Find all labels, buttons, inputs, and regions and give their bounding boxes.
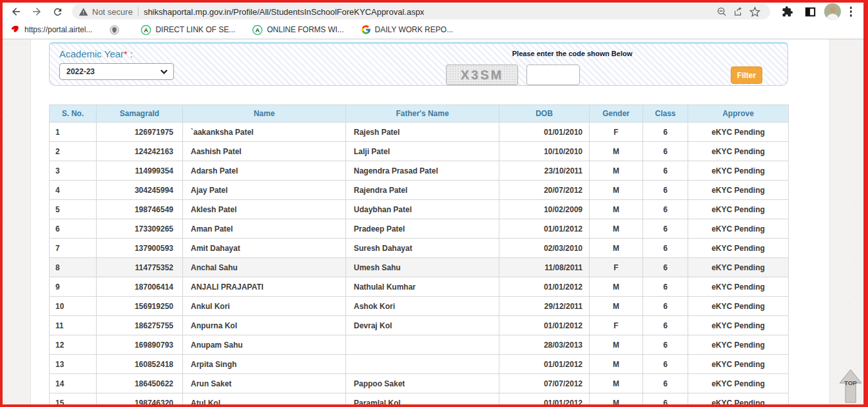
scroll-to-top-button[interactable]: TOP bbox=[838, 368, 863, 404]
approve-status-link[interactable]: eKYC Pending bbox=[688, 181, 789, 200]
approve-status-link[interactable]: eKYC Pending bbox=[688, 393, 789, 407]
address-bar[interactable]: Not secure shikshaportal.mp.gov.in/Profi… bbox=[72, 4, 770, 19]
approve-status-link[interactable]: eKYC Pending bbox=[688, 200, 789, 219]
side-panel-icon[interactable] bbox=[801, 3, 820, 20]
cell: Aman Patel bbox=[183, 219, 346, 239]
academic-year-value: 2022-23 bbox=[66, 67, 95, 76]
cell: 6 bbox=[643, 123, 688, 142]
forward-icon[interactable] bbox=[27, 3, 46, 20]
cell: 6 bbox=[643, 374, 688, 393]
approve-status-link[interactable]: eKYC Pending bbox=[688, 316, 789, 335]
cell: 156919250 bbox=[97, 297, 183, 316]
green-a-icon: A bbox=[252, 25, 263, 35]
approve-status-link[interactable]: eKYC Pending bbox=[688, 335, 789, 355]
zoom-indicator-icon[interactable] bbox=[713, 5, 730, 19]
approve-status-link[interactable]: eKYC Pending bbox=[688, 239, 789, 258]
cell: 10/10/2010 bbox=[499, 142, 590, 161]
filter-button[interactable]: Filter bbox=[731, 66, 762, 84]
cell: 304245994 bbox=[97, 181, 183, 200]
cell: 186450622 bbox=[97, 374, 183, 393]
cell: F bbox=[590, 316, 643, 335]
badge-emblem-icon bbox=[109, 25, 120, 35]
cell: 8 bbox=[50, 258, 97, 277]
student-row: 1126971975`aakanksha PatelRajesh Patel01… bbox=[50, 123, 789, 142]
table-header-row: S. No.SamagraIdNameFather's NameDOBGende… bbox=[50, 105, 789, 123]
cell: M bbox=[590, 355, 643, 374]
bookmark-online-forms[interactable]: A ONLINE FORMS WI... bbox=[252, 25, 343, 35]
cell: 6 bbox=[643, 316, 688, 335]
cell: Atul Kol bbox=[183, 393, 346, 407]
cell: 6 bbox=[643, 219, 688, 239]
back-icon[interactable] bbox=[6, 3, 26, 20]
student-row: 14186450622Arun SaketPappoo Saket07/07/2… bbox=[50, 374, 789, 393]
column-header-s-no-: S. No. bbox=[50, 105, 97, 123]
approve-status-link[interactable]: eKYC Pending bbox=[688, 374, 789, 393]
share-icon[interactable] bbox=[730, 5, 747, 19]
cell: 3 bbox=[50, 161, 97, 181]
cell: M bbox=[590, 161, 643, 181]
captcha-input[interactable] bbox=[526, 65, 580, 85]
cell: Amit Dahayat bbox=[183, 239, 346, 258]
cell: 6 bbox=[643, 200, 688, 219]
bookmark-airtel[interactable]: https://portal.airtel... bbox=[10, 25, 92, 35]
airtel-icon bbox=[10, 25, 21, 35]
bookmark-star-icon[interactable] bbox=[747, 5, 764, 19]
cell: 4 bbox=[50, 181, 97, 200]
cell: 9 bbox=[50, 277, 97, 297]
captcha-image: X3SM bbox=[446, 65, 518, 85]
profile-avatar[interactable] bbox=[824, 3, 841, 20]
cell: 01/01/2012 bbox=[499, 219, 590, 239]
student-row: 10156919250Ankul KoriAshok Kori29/12/201… bbox=[50, 297, 789, 316]
approve-status-link[interactable]: eKYC Pending bbox=[688, 161, 789, 181]
cell: 2 bbox=[50, 142, 97, 161]
browser-menu-icon[interactable] bbox=[845, 4, 858, 19]
approve-status-link[interactable]: eKYC Pending bbox=[688, 277, 789, 297]
students-table-body: 1126971975`aakanksha PatelRajesh Patel01… bbox=[50, 123, 789, 407]
security-status-label: Not secure bbox=[92, 7, 133, 17]
student-row: 15198746320Atul KolParamlal Kol01/01/201… bbox=[50, 393, 789, 407]
cell: 13 bbox=[50, 355, 97, 374]
cell: 01/01/2012 bbox=[499, 277, 590, 297]
student-row: 7137900593Amit DahayatSuresh Dahayat02/0… bbox=[50, 239, 789, 258]
browser-toolbar: Not secure shikshaportal.mp.gov.in/Profi… bbox=[3, 3, 863, 21]
cell: Nathulal Kumhar bbox=[346, 277, 499, 297]
academic-year-label: Academic Year* : bbox=[59, 48, 133, 59]
cell: M bbox=[590, 335, 643, 355]
cell: Pappoo Saket bbox=[346, 374, 499, 393]
student-row: 5198746549Aklesh PatelUdaybhan Patel10/0… bbox=[50, 200, 789, 219]
cell: 6 bbox=[643, 142, 688, 161]
cell: 01/01/2012 bbox=[499, 355, 590, 374]
cell: 23/10/2011 bbox=[499, 161, 590, 181]
bookmark-daily-work[interactable]: DAILY WORK REPO... bbox=[361, 25, 454, 35]
cell: 6 bbox=[50, 219, 97, 239]
cell: Ajay Patel bbox=[183, 181, 346, 200]
column-header-dob: DOB bbox=[499, 105, 590, 123]
approve-status-link[interactable]: eKYC Pending bbox=[688, 123, 789, 142]
cell: 6 bbox=[643, 355, 688, 374]
cell: Ankul Kori bbox=[183, 297, 346, 316]
cell: F bbox=[590, 123, 643, 142]
cell: Udaybhan Patel bbox=[346, 200, 499, 219]
cell: M bbox=[590, 239, 643, 258]
bookmark-emblem[interactable] bbox=[109, 25, 124, 35]
chevron-down-icon bbox=[160, 68, 168, 75]
cell: 124242163 bbox=[97, 142, 183, 161]
bookmark-label: ONLINE FORMS WI... bbox=[267, 25, 343, 34]
cell: Anupam Sahu bbox=[183, 335, 346, 355]
approve-status-link[interactable]: eKYC Pending bbox=[688, 297, 789, 316]
cell: Arun Saket bbox=[183, 374, 346, 393]
approve-status-link[interactable]: eKYC Pending bbox=[688, 219, 789, 239]
academic-year-select[interactable]: 2022-23 bbox=[59, 63, 174, 80]
cell: 198746320 bbox=[97, 393, 183, 407]
extensions-puzzle-icon[interactable] bbox=[778, 3, 797, 20]
bookmark-direct-link[interactable]: A DIRECT LINK OF SE... bbox=[140, 25, 235, 35]
reload-icon[interactable] bbox=[48, 3, 67, 20]
cell: M bbox=[590, 142, 643, 161]
approve-status-link[interactable]: eKYC Pending bbox=[688, 142, 789, 161]
cell: 173309265 bbox=[97, 219, 183, 239]
approve-status-link[interactable]: eKYC Pending bbox=[688, 355, 789, 374]
approve-status-link[interactable]: eKYC Pending bbox=[688, 258, 789, 277]
cell: 6 bbox=[643, 277, 688, 297]
column-header-samagraid: SamagraId bbox=[97, 105, 183, 123]
cell: Aklesh Patel bbox=[183, 200, 346, 219]
